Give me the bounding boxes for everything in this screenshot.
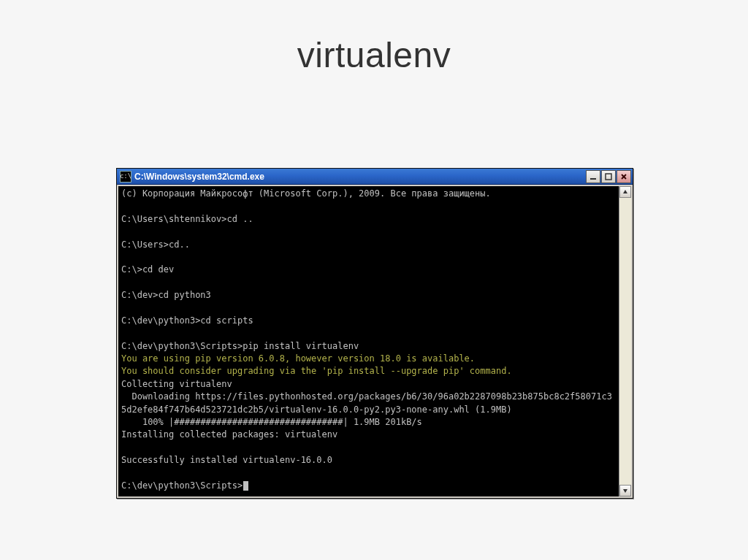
close-button[interactable] [617,170,631,183]
svg-marker-4 [623,190,627,193]
terminal-line: Installing collected packages: virtualen… [121,429,617,441]
terminal-prompt[interactable]: C:\dev\python3\Scripts> [121,480,617,492]
minimize-button[interactable] [586,170,600,183]
terminal-line: You should consider upgrading via the 'p… [121,365,617,377]
scroll-up-button[interactable] [619,186,631,198]
cmd-window: c:\ C:\Windows\system32\cmd.exe (c) Корп… [116,168,633,499]
window-controls [586,170,631,183]
terminal-line: C:\>cd dev [121,264,617,276]
terminal-line [121,277,617,289]
terminal-line: C:\Users\shtennikov>cd .. [121,213,617,226]
terminal-line [121,226,617,238]
slide: virtualenv c:\ C:\Windows\system32\cmd.e… [0,0,748,560]
svg-marker-5 [623,489,627,493]
terminal-line [121,442,617,454]
terminal-line [121,302,617,315]
svg-line-3 [622,174,626,179]
terminal-output[interactable]: (c) Корпорация Майкрософт (Microsoft Cor… [118,186,631,496]
terminal-line [121,327,617,340]
terminal-line: Collecting virtualenv [121,378,617,391]
scroll-track[interactable] [619,198,631,485]
scrollbar[interactable] [619,186,631,496]
cmd-body: (c) Корпорация Майкрософт (Microsoft Cor… [117,185,633,498]
titlebar-left: c:\ C:\Windows\system32\cmd.exe [120,171,264,183]
svg-rect-0 [590,178,596,180]
window-title: C:\Windows\system32\cmd.exe [134,172,264,182]
svg-rect-1 [606,174,611,180]
terminal-line: Downloading https://files.pythonhosted.o… [121,391,617,416]
terminal-line: C:\dev>cd python3 [121,289,617,302]
terminal-line: You are using pip version 6.0.8, however… [121,353,617,365]
terminal-line: C:\Users>cd.. [121,239,617,251]
terminal-line: (c) Корпорация Майкрософт (Microsoft Cor… [121,188,617,200]
terminal-line: 100% |################################| … [121,416,617,429]
terminal-line: C:\dev\python3>cd scripts [121,315,617,327]
terminal-line [121,467,617,480]
slide-title: virtualenv [0,35,748,75]
svg-line-2 [622,174,626,179]
terminal-line: Successfully installed virtualenv-16.0.0 [121,454,617,467]
cursor [243,481,248,491]
terminal-line [121,251,617,264]
titlebar[interactable]: c:\ C:\Windows\system32\cmd.exe [117,169,633,185]
scroll-down-button[interactable] [619,485,631,496]
cmd-icon: c:\ [120,171,131,183]
terminal-line [121,200,617,212]
terminal-line: C:\dev\python3\Scripts>pip install virtu… [121,340,617,353]
maximize-button[interactable] [601,170,616,183]
